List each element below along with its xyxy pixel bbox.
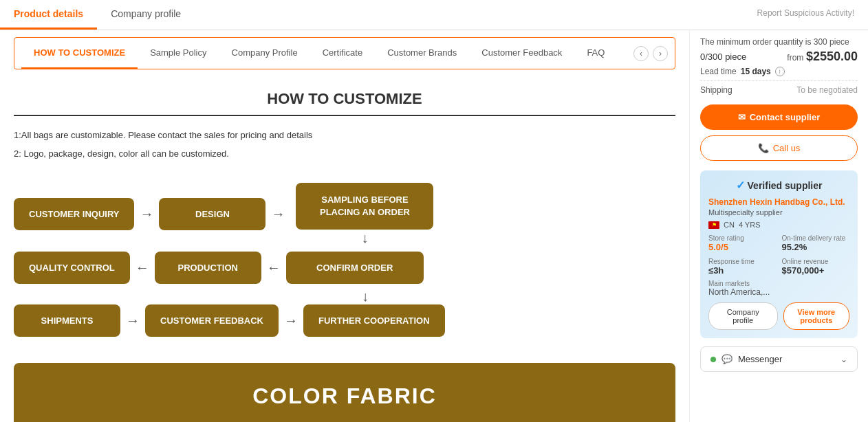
color-fabric-banner: COLOR FABRIC — [14, 363, 675, 422]
from-label: from — [787, 53, 803, 63]
stat-revenue: Online revenue $570,000+ — [782, 258, 850, 276]
verified-label: Verified supplier — [748, 180, 823, 191]
sub-nav-item-brands[interactable]: Customer Brands — [375, 38, 469, 69]
revenue-label: Online revenue — [782, 258, 850, 265]
call-us-button[interactable]: 📞 Call us — [700, 135, 858, 161]
verified-supplier-box: ✓ Verified supplier Shenzhen Hexin Handb… — [700, 170, 858, 338]
delivery-value: 95.2% — [782, 242, 850, 252]
supplier-type: Multispecialty supplier — [708, 208, 849, 216]
envelope-icon: ✉ — [738, 112, 746, 122]
arrow-prod-qc: ← — [135, 260, 149, 276]
sidebar: The minimum order quantity is 300 piece … — [689, 30, 868, 422]
stat-store-rating: Store rating 5.0/5 — [708, 234, 777, 252]
markets-label: Main markets — [708, 280, 849, 287]
flow-customer-inquiry: CUSTOMER INQUIRY — [14, 198, 134, 230]
arrow-down-1: ↓ — [361, 231, 368, 245]
company-profile-button[interactable]: Company profile — [708, 302, 778, 330]
arrow-confirm-prod: ← — [267, 260, 281, 276]
sub-nav-item-company[interactable]: Company Profile — [219, 38, 310, 69]
markets-value[interactable]: North America,... — [708, 287, 849, 297]
flow-row-1: CUSTOMER INQUIRY → DESIGN → SAMPLING BEF… — [14, 183, 675, 246]
tab-company-profile[interactable]: Company profile — [97, 0, 195, 30]
min-order-text: The minimum order quantity is 300 piece — [700, 37, 858, 47]
messenger-chevron-down-icon: ⌄ — [840, 355, 847, 364]
shipping-value: To be negotiated — [796, 85, 858, 95]
report-link[interactable]: Report Suspicious Activity! — [744, 0, 868, 30]
arrow-feedback-coop: → — [284, 313, 298, 329]
flow-row-2: QUALITY CONTROL ← PRODUCTION ← CONFIRM O… — [14, 252, 675, 284]
store-rating-value[interactable]: 5.0/5 — [708, 242, 777, 252]
flow-quality-control: QUALITY CONTROL — [14, 252, 130, 284]
stat-response: Response time ≤3h — [708, 258, 777, 276]
sub-nav-arrows: ‹ › — [633, 46, 668, 61]
content-area: HOW TO CUSTOMIZE Sample Policy Company P… — [0, 30, 689, 422]
lead-label: Lead time — [700, 67, 737, 76]
flow-design: DESIGN — [159, 198, 265, 230]
country-code: CN — [724, 221, 735, 229]
page-wrapper: Product details Company profile Report S… — [0, 0, 868, 422]
country-flag: ⚑ — [708, 221, 719, 229]
shipping-label: Shipping — [700, 85, 733, 95]
main-layout: HOW TO CUSTOMIZE Sample Policy Company P… — [0, 30, 868, 422]
nav-prev-arrow[interactable]: ‹ — [633, 46, 649, 61]
verified-check-icon: ✓ — [736, 179, 745, 192]
tab-product-details[interactable]: Product details — [0, 0, 97, 30]
sub-nav-items: HOW TO CUSTOMIZE Sample Policy Company P… — [21, 38, 633, 69]
stats-grid: Store rating 5.0/5 On-time delivery rate… — [708, 234, 849, 276]
phone-icon: 📞 — [758, 143, 769, 153]
top-tabs: Product details Company profile Report S… — [0, 0, 868, 30]
contact-supplier-button[interactable]: ✉ Contact supplier — [700, 104, 858, 130]
view-more-products-button[interactable]: View more products — [783, 302, 850, 330]
store-rating-label: Store rating — [708, 234, 777, 242]
messenger-bar[interactable]: 💬 Messenger ⌄ — [700, 346, 858, 372]
customize-line1: 1:All bags are customizable. Please cont… — [14, 127, 675, 143]
section-title: HOW TO CUSTOMIZE — [14, 76, 675, 116]
messenger-icon: 💬 — [721, 354, 733, 364]
call-btn-label: Call us — [773, 143, 801, 153]
supplier-actions: Company profile View more products — [708, 302, 849, 330]
messenger-left: 💬 Messenger — [710, 354, 782, 364]
flow-confirm-order: CONFIRM ORDER — [286, 252, 424, 284]
arrow-ship-feedback: → — [126, 313, 140, 329]
stat-delivery: On-time delivery rate 95.2% — [782, 234, 850, 252]
markets-row: Main markets North America,... — [708, 280, 849, 297]
supplier-years: 4 YRS — [739, 221, 761, 229]
arrow-down-2: ↓ — [55, 289, 675, 303]
order-qty: 0/300 piece — [700, 52, 746, 62]
sub-nav: HOW TO CUSTOMIZE Sample Policy Company P… — [14, 37, 675, 69]
lead-info-icon[interactable]: i — [775, 67, 785, 76]
nav-next-arrow[interactable]: › — [653, 46, 668, 61]
sub-nav-item-sample[interactable]: Sample Policy — [138, 38, 219, 69]
sub-nav-item-customize[interactable]: HOW TO CUSTOMIZE — [21, 38, 138, 69]
sub-nav-item-feedback[interactable]: Customer Feedback — [469, 38, 574, 69]
customize-description: 1:All bags are customizable. Please cont… — [14, 127, 675, 162]
supplier-name[interactable]: Shenzhen Hexin Handbag Co., Ltd. — [708, 197, 849, 207]
order-price-row: 0/300 piece from $2550.00 — [700, 49, 858, 64]
contact-btn-label: Contact supplier — [750, 112, 821, 122]
order-info: The minimum order quantity is 300 piece … — [700, 37, 858, 95]
price-amount: $2550.00 — [806, 49, 858, 63]
sub-nav-item-faq[interactable]: FAQ — [574, 38, 617, 69]
flow-shipments: SHIPMENTS — [14, 304, 120, 337]
messenger-label: Messenger — [738, 354, 782, 364]
shipping-row: Shipping To be negotiated — [700, 80, 858, 95]
flow-sampling: SAMPLING BEFOREPLACING AN ORDER — [296, 183, 433, 230]
flow-row-3: SHIPMENTS → CUSTOMER FEEDBACK → FURTHER … — [14, 304, 675, 337]
arrow-2-3: → — [271, 206, 285, 222]
supplier-meta: ⚑ CN 4 YRS — [708, 221, 849, 229]
flow-production: PRODUCTION — [155, 252, 261, 284]
delivery-label: On-time delivery rate — [782, 234, 850, 242]
flow-customer-feedback: CUSTOMER FEEDBACK — [145, 304, 279, 337]
flow-diagram: CUSTOMER INQUIRY → DESIGN → SAMPLING BEF… — [14, 176, 675, 349]
messenger-online-dot — [710, 357, 716, 362]
arrow-1-2: → — [140, 206, 153, 222]
color-fabric-text: COLOR FABRIC — [252, 384, 437, 408]
lead-days: 15 days — [741, 67, 771, 76]
flow-sampling-col: SAMPLING BEFOREPLACING AN ORDER ↓ — [296, 183, 433, 246]
customize-line2: 2: Logo, package, design, color all can … — [14, 146, 675, 162]
sub-nav-item-certificate[interactable]: Certificate — [310, 38, 376, 69]
response-value: ≤3h — [708, 265, 777, 276]
verified-title: ✓ Verified supplier — [708, 179, 849, 192]
price-group: from $2550.00 — [787, 49, 858, 64]
revenue-value: $570,000+ — [782, 265, 850, 276]
